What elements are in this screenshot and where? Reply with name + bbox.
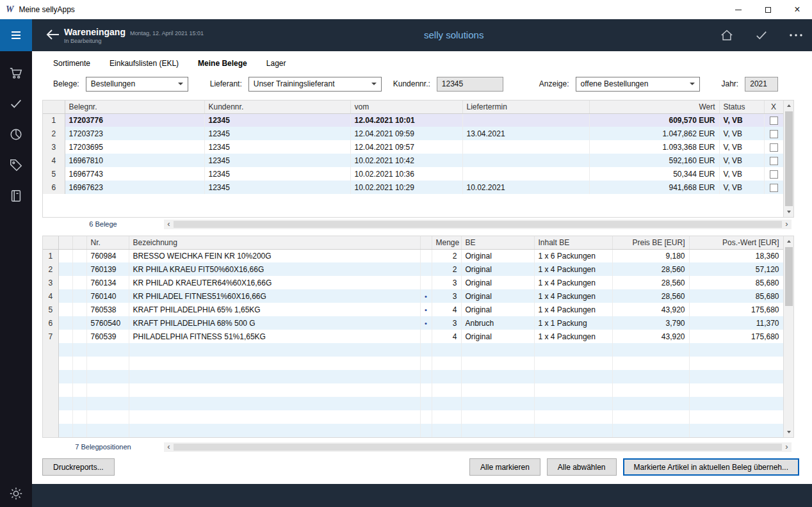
belege-vscroll-thumb[interactable] <box>785 111 793 206</box>
row-number: 4 <box>43 154 65 167</box>
empty-row[interactable] <box>43 370 783 383</box>
beleg-row[interactable]: 3172036951234512.04.2021 09:571.093,368 … <box>43 140 783 154</box>
positionen-vscroll[interactable] <box>783 236 793 437</box>
scroll-down-icon[interactable] <box>784 207 794 217</box>
scroll-down-icon[interactable] <box>784 427 794 437</box>
anzeige-filter-label: Anzeige: <box>539 79 569 88</box>
positionen-hscroll-thumb[interactable] <box>174 444 782 451</box>
empty-row[interactable] <box>43 397 783 410</box>
cell-liefertermin: 13.04.2021 <box>462 127 589 140</box>
kundennr-field[interactable]: 12345 <box>437 77 503 92</box>
minimize-button[interactable] <box>724 0 753 19</box>
home-button[interactable] <box>720 29 734 42</box>
scroll-right-icon[interactable]: › <box>782 442 792 451</box>
position-row[interactable]: 1760984BRESSO WEICHKA FEIN KR 10%200G2Or… <box>43 249 783 262</box>
positionen-hscroll[interactable]: ‹ › <box>164 442 792 452</box>
header-liefertermin[interactable]: Liefertermin <box>462 101 589 113</box>
empty-row[interactable] <box>43 410 783 424</box>
sidebar-item-catalog[interactable] <box>9 189 23 203</box>
sidebar-item-prices[interactable] <box>9 158 23 172</box>
druckreports-button[interactable]: Druckreports... <box>42 458 115 476</box>
header-wert[interactable]: Wert <box>589 101 719 113</box>
scroll-left-icon[interactable]: ‹ <box>164 220 174 229</box>
row-checkbox[interactable] <box>770 184 778 192</box>
uebernehmen-button[interactable]: Markierte Artikel in aktuellen Beleg übe… <box>623 458 799 476</box>
position-row[interactable]: 7760539PHILADELPHIA FITNESS 51%1,65KG4Or… <box>43 330 783 343</box>
window-title: Meine sellyApps <box>19 5 74 14</box>
header-inhalt-be[interactable]: Inhalt BE <box>534 236 612 249</box>
empty-row[interactable] <box>43 357 783 370</box>
minimize-icon <box>735 10 742 10</box>
sidebar-item-statistics[interactable] <box>9 127 23 141</box>
cell-empty <box>58 397 72 410</box>
position-row[interactable]: 3760134KR PHILAD KRAEUTER64%60X16,66G3Or… <box>43 276 783 289</box>
scroll-up-icon[interactable] <box>784 101 794 111</box>
more-options-button[interactable] <box>789 33 803 37</box>
beleg-row[interactable]: 1172037761234512.04.2021 10:01609,570 EU… <box>43 113 783 127</box>
empty-row[interactable] <box>43 343 783 357</box>
header-preis-be[interactable]: Preis BE [EUR] <box>612 236 689 249</box>
beleg-row[interactable]: 6169676231234510.02.2021 10:2910.02.2021… <box>43 181 783 194</box>
header-kundennr[interactable]: Kundennr. <box>204 101 350 113</box>
cell-vom: 12.04.2021 10:01 <box>350 113 462 127</box>
belege-filter-dropdown[interactable]: Bestellungen <box>86 77 188 92</box>
sidebar-item-tasks[interactable] <box>9 97 23 111</box>
header-vom[interactable]: vom <box>350 101 462 113</box>
cell-x <box>764 140 783 154</box>
row-number <box>43 357 58 370</box>
cell-empty <box>420 397 432 410</box>
sidebar <box>0 19 32 507</box>
header-pos-wert[interactable]: Pos.-Wert [EUR] <box>689 236 783 249</box>
row-checkbox[interactable] <box>770 170 778 179</box>
header-belegnr[interactable]: Belegnr. <box>65 101 204 113</box>
confirm-button[interactable] <box>754 29 768 41</box>
cell-empty <box>86 357 129 370</box>
sidebar-item-cart[interactable] <box>9 66 23 80</box>
lieferant-filter-dropdown[interactable]: Unser Trainingslieferant <box>248 77 382 92</box>
anzeige-filter-dropdown[interactable]: offene Bestellungen <box>576 77 700 92</box>
confirm-check-icon <box>754 29 768 41</box>
header-menge[interactable]: Menge <box>432 236 461 249</box>
empty-row[interactable] <box>43 383 783 397</box>
belege-hscroll-thumb[interactable] <box>174 221 782 228</box>
beleg-row[interactable]: 2172037231234512.04.2021 09:5913.04.2021… <box>43 127 783 140</box>
scroll-left-icon[interactable]: ‹ <box>164 442 174 451</box>
cell-be: Anbruch <box>461 316 534 330</box>
header-bezeichnung[interactable]: Bezeichnung <box>129 236 420 249</box>
row-checkbox[interactable] <box>770 157 778 165</box>
cell-inhalt-be: 1 x 4 Packungen <box>534 330 612 343</box>
position-row[interactable]: 4760140KR PHILADEL FITNES51%60X16,66G•3O… <box>43 289 783 303</box>
tab-einkaufslisten[interactable]: Einkaufslisten (EKL) <box>110 59 179 73</box>
header-be[interactable]: BE <box>461 236 534 249</box>
position-row[interactable]: 5760538KRAFT PHILADELPHIA 65% 1,65KG•4Or… <box>43 303 783 316</box>
belege-vscroll[interactable] <box>783 101 793 217</box>
belege-hscroll[interactable]: ‹ › <box>164 220 792 229</box>
alle-markieren-button[interactable]: Alle markieren <box>469 458 540 476</box>
tab-sortimente[interactable]: Sortimente <box>53 59 90 73</box>
positionen-vscroll-thumb[interactable] <box>785 247 793 306</box>
scroll-up-icon[interactable] <box>784 236 794 246</box>
empty-row[interactable] <box>43 424 783 437</box>
maximize-button[interactable] <box>753 0 783 19</box>
beleg-row[interactable]: 5169677431234510.02.2021 10:3650,344 EUR… <box>43 167 783 181</box>
jahr-field[interactable]: 2021 <box>745 77 778 92</box>
header-status[interactable]: Status <box>719 101 764 113</box>
row-number <box>43 370 58 383</box>
settings-button[interactable] <box>9 487 23 501</box>
close-button[interactable]: × <box>783 0 812 19</box>
cell-belegnr: 16967810 <box>65 154 204 167</box>
back-button[interactable] <box>46 29 60 42</box>
tab-meine-belege[interactable]: Meine Belege <box>198 59 247 73</box>
menu-button[interactable] <box>0 19 32 51</box>
position-row[interactable]: 65760540KRAFT PHILADELPHIA 68% 500 G•3An… <box>43 316 783 330</box>
row-checkbox[interactable] <box>770 117 778 125</box>
tab-lager[interactable]: Lager <box>266 59 286 73</box>
header-x[interactable]: X <box>764 101 783 113</box>
position-row[interactable]: 2760139KR PHILA KRAEU FIT50%60X16,66G2Or… <box>43 262 783 276</box>
row-checkbox[interactable] <box>770 130 778 138</box>
alle-abwaehlen-button[interactable]: Alle abwählen <box>547 458 617 476</box>
scroll-right-icon[interactable]: › <box>782 220 792 229</box>
beleg-row[interactable]: 4169678101234510.02.2021 10:42592,160 EU… <box>43 154 783 167</box>
row-checkbox[interactable] <box>770 143 778 152</box>
header-nr[interactable]: Nr. <box>86 236 129 249</box>
